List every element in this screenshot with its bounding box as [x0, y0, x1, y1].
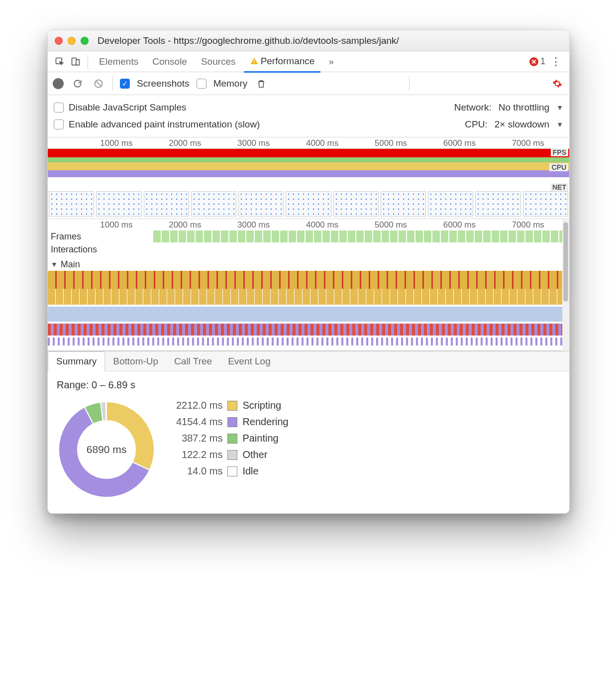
legend-value: 387.2 ms	[176, 433, 222, 444]
legend-swatch	[227, 450, 237, 460]
ruler-tick: 2000 ms	[169, 138, 201, 148]
details-tabs: Summary Bottom-Up Call Tree Event Log	[48, 351, 569, 371]
main-track-label: Main	[61, 259, 80, 270]
record-button[interactable]	[53, 78, 64, 89]
window-title: Developer Tools - https://googlechrome.g…	[98, 35, 399, 46]
legend-name: Scripting	[242, 400, 288, 411]
legend-value: 2212.0 ms	[176, 400, 222, 411]
legend-value: 122.2 ms	[176, 449, 222, 460]
ruler-tick: 6000 ms	[443, 138, 476, 148]
tab-call-tree[interactable]: Call Tree	[166, 352, 220, 371]
divider	[409, 77, 410, 91]
ruler-tick: 3000 ms	[237, 138, 270, 148]
tab-sources[interactable]: Sources	[195, 51, 242, 72]
cpu-lane-label: CPU	[549, 163, 568, 171]
minimize-window-button[interactable]	[68, 37, 76, 45]
svg-rect-4	[254, 63, 255, 64]
tab-elements[interactable]: Elements	[93, 51, 144, 72]
ruler-tick: 2000 ms	[169, 220, 201, 230]
legend-swatch	[227, 434, 237, 444]
legend-name: Other	[242, 449, 288, 460]
divider	[112, 77, 113, 91]
memory-checkbox[interactable]	[197, 79, 206, 89]
toggle-device-toolbar-icon[interactable]	[69, 55, 83, 69]
close-window-button[interactable]	[55, 37, 63, 45]
tab-bottom-up[interactable]: Bottom-Up	[105, 352, 166, 371]
legend-swatch	[227, 401, 237, 411]
ruler-tick: 1000 ms	[100, 220, 132, 230]
collect-garbage-button[interactable]	[254, 77, 268, 91]
cpu-value: 2× slowdown	[495, 119, 549, 130]
ruler-tick: 7000 ms	[512, 220, 544, 230]
error-count-badge[interactable]: 1	[529, 56, 545, 67]
collapse-main-icon[interactable]: ▼	[51, 260, 58, 268]
titlebar: Developer Tools - https://googlechrome.g…	[48, 30, 569, 51]
fps-lane-label: FPS	[551, 148, 568, 156]
tabs-overflow-button[interactable]: »	[322, 51, 340, 72]
ruler-tick: 7000 ms	[512, 138, 544, 148]
capture-settings-button[interactable]	[550, 77, 564, 91]
tab-event-log[interactable]: Event Log	[220, 352, 279, 371]
ruler-tick: 3000 ms	[237, 220, 270, 230]
network-value: No throttling	[499, 102, 549, 113]
tab-summary[interactable]: Summary	[48, 351, 105, 371]
network-throttling-select[interactable]: Network: No throttling ▼	[454, 102, 563, 113]
disable-js-samples-checkbox[interactable]	[54, 103, 64, 113]
screenshots-filmstrip[interactable]	[48, 190, 569, 219]
summary-legend: 2212.0 msScripting4154.4 msRendering387.…	[176, 400, 289, 477]
performance-toolbar: ✓ Screenshots Memory	[48, 72, 569, 95]
advanced-paint-label: Enable advanced paint instrumentation (s…	[69, 119, 260, 130]
capture-options: Disable JavaScript Samples Network: No t…	[48, 95, 569, 137]
vertical-scrollbar[interactable]	[562, 219, 569, 351]
panel-tabs: Elements Console Sources Performance » 1…	[48, 51, 569, 72]
error-count-value: 1	[540, 56, 545, 67]
ruler-tick: 1000 ms	[100, 138, 132, 148]
legend-name: Rendering	[242, 416, 288, 428]
ruler-tick: 5000 ms	[375, 220, 407, 230]
legend-swatch	[227, 466, 237, 476]
chevron-down-icon: ▼	[556, 104, 563, 112]
advanced-paint-checkbox[interactable]	[54, 119, 64, 129]
warning-icon	[250, 57, 259, 66]
main-flamechart[interactable]	[48, 271, 569, 350]
ruler-tick: 4000 ms	[306, 220, 338, 230]
range-label: Range: 0 – 6.89 s	[57, 379, 560, 391]
tab-performance[interactable]: Performance	[244, 51, 321, 73]
ruler-tick: 6000 ms	[443, 220, 476, 230]
divider	[88, 55, 88, 69]
frames-track[interactable]	[153, 230, 566, 242]
detail-ruler: 1000 ms2000 ms3000 ms4000 ms5000 ms6000 …	[48, 219, 569, 230]
cpu-throttling-select[interactable]: CPU: 2× slowdown ▼	[465, 119, 563, 130]
chevron-down-icon: ▼	[556, 120, 563, 128]
ruler-tick: 5000 ms	[375, 138, 407, 148]
network-label: Network:	[454, 102, 492, 113]
ruler-tick: 4000 ms	[306, 138, 338, 148]
reload-record-button[interactable]	[71, 77, 85, 91]
more-options-button[interactable]: ⋮	[547, 55, 564, 68]
devtools-window: Developer Tools - https://googlechrome.g…	[47, 30, 570, 514]
zoom-window-button[interactable]	[81, 37, 89, 45]
error-icon	[529, 57, 538, 66]
memory-label: Memory	[213, 78, 248, 89]
overview-ruler: 1000 ms2000 ms3000 ms4000 ms5000 ms6000 …	[48, 137, 569, 148]
inspect-element-icon[interactable]	[53, 55, 67, 69]
screenshots-checkbox[interactable]: ✓	[120, 79, 130, 89]
legend-value: 4154.4 ms	[176, 416, 222, 428]
disable-js-samples-label: Disable JavaScript Samples	[69, 102, 187, 113]
net-lane-label: NET	[550, 183, 568, 191]
total-time-label: 6890 ms	[57, 400, 156, 499]
summary-donut-chart: 6890 ms	[57, 400, 156, 499]
interactions-track-label: Interactions	[51, 244, 97, 255]
overview-pane[interactable]: 1000 ms2000 ms3000 ms4000 ms5000 ms6000 …	[48, 137, 569, 219]
screenshots-label: Screenshots	[137, 78, 190, 89]
legend-name: Idle	[242, 465, 288, 477]
flamechart-pane[interactable]: 1000 ms2000 ms3000 ms4000 ms5000 ms6000 …	[48, 219, 569, 351]
details-pane: Summary Bottom-Up Call Tree Event Log Ra…	[48, 351, 569, 513]
svg-rect-3	[254, 60, 255, 62]
tab-console[interactable]: Console	[146, 51, 193, 72]
legend-name: Painting	[242, 433, 288, 444]
legend-swatch	[227, 417, 237, 427]
svg-rect-2	[76, 59, 80, 65]
clear-button[interactable]	[92, 77, 105, 91]
cpu-label: CPU:	[465, 119, 487, 130]
